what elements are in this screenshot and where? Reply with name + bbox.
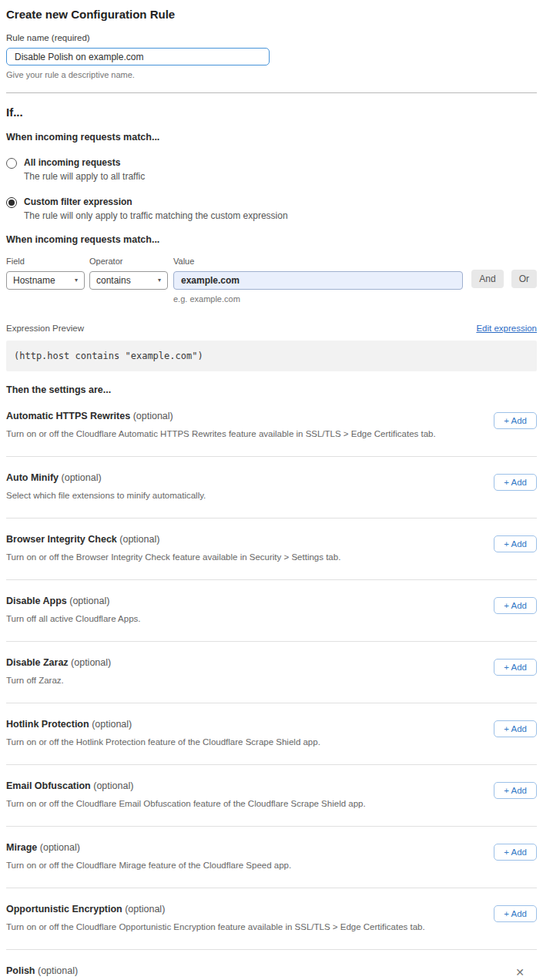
setting-description: Select which file extensions to minify a… — [6, 491, 206, 500]
setting-name: Email Obfuscation — [6, 780, 91, 791]
match-subheading: When incoming requests match... — [6, 132, 537, 143]
setting-name: Hotlink Protection — [6, 719, 89, 730]
add-button[interactable]: + Add — [494, 535, 537, 552]
setting-name: Disable Zaraz — [6, 657, 69, 668]
setting-description: Turn off Zaraz. — [6, 676, 111, 685]
setting-optional: (optional) — [71, 657, 111, 668]
setting-title: Hotlink Protection (optional) — [6, 719, 320, 730]
rule-name-section: Rule name (required) Give your rule a de… — [6, 33, 537, 79]
setting-optional: (optional) — [69, 596, 109, 606]
expression-builder-row: Field Hostname ▾ Operator contains ▾ Val… — [6, 257, 537, 304]
add-button[interactable]: + Add — [494, 720, 537, 737]
value-input[interactable] — [173, 271, 463, 290]
close-icon[interactable]: ✕ — [515, 967, 525, 978]
chevron-down-icon: ▾ — [158, 277, 161, 284]
add-button[interactable]: + Add — [494, 474, 537, 491]
setting-optional: (optional) — [93, 780, 133, 791]
setting-name: Mirage — [6, 842, 37, 853]
value-helper: e.g. example.com — [173, 294, 463, 304]
field-select[interactable]: Hostname ▾ — [6, 271, 85, 290]
setting-description: Turn on or off the Cloudflare Opportunis… — [6, 922, 425, 931]
then-heading: Then the settings are... — [6, 384, 537, 395]
add-button[interactable]: + Add — [494, 782, 537, 799]
setting-name: Browser Integrity Check — [6, 534, 117, 545]
setting-optional: (optional) — [40, 842, 80, 853]
radio-label: All incoming requests — [24, 157, 145, 168]
setting-row-disable-zaraz: Disable Zaraz (optional) Turn off Zaraz.… — [6, 642, 537, 703]
setting-name: Opportunistic Encryption — [6, 904, 122, 915]
setting-row-auto-minify: Auto Minify (optional) Select which file… — [6, 457, 537, 519]
setting-description: Turn on or off the Hotlink Protection fe… — [6, 737, 320, 747]
setting-title: Disable Apps (optional) — [6, 596, 141, 606]
rule-name-label: Rule name (required) — [6, 33, 537, 42]
radio-unselected-icon[interactable] — [6, 158, 17, 169]
setting-row-polish: Polish (optional) Change the settings of… — [6, 950, 537, 980]
setting-title: Email Obfuscation (optional) — [6, 780, 366, 791]
if-heading: If... — [6, 106, 537, 119]
setting-title: Mirage (optional) — [6, 842, 291, 853]
add-button[interactable]: + Add — [494, 905, 537, 922]
operator-label: Operator — [89, 257, 168, 266]
expression-preview-code: (http.host contains "example.com") — [6, 341, 537, 371]
or-button[interactable]: Or — [511, 270, 537, 288]
setting-name: Automatic HTTPS Rewrites — [6, 411, 130, 421]
setting-optional: (optional) — [92, 719, 132, 730]
setting-row-opportunistic-encryption: Opportunistic Encryption (optional) Turn… — [6, 888, 537, 950]
setting-description: Turn on or off the Cloudflare Automatic … — [6, 429, 436, 438]
radio-custom-filter-expression[interactable]: Custom filter expression The rule will o… — [6, 196, 537, 221]
setting-optional: (optional) — [62, 472, 102, 483]
page-title: Create new Configuration Rule — [6, 8, 537, 21]
radio-selected-icon[interactable] — [6, 197, 17, 208]
rule-name-helper: Give your rule a descriptive name. — [6, 70, 537, 79]
edit-expression-link[interactable]: Edit expression — [476, 324, 537, 333]
add-button[interactable]: + Add — [494, 597, 537, 614]
setting-optional: (optional) — [133, 411, 173, 421]
and-button[interactable]: And — [471, 270, 503, 288]
section-divider — [6, 92, 537, 93]
setting-name: Disable Apps — [6, 596, 67, 606]
field-select-value: Hostname — [13, 275, 55, 286]
setting-title: Disable Zaraz (optional) — [6, 657, 111, 668]
expression-preview-label: Expression Preview — [6, 324, 84, 333]
setting-title: Browser Integrity Check (optional) — [6, 534, 340, 545]
chevron-down-icon: ▾ — [75, 277, 78, 284]
radio-description: The rule will apply to all traffic — [24, 171, 145, 182]
setting-title: Auto Minify (optional) — [6, 472, 206, 483]
setting-description: Turn on or off the Cloudflare Email Obfu… — [6, 799, 366, 808]
add-button[interactable]: + Add — [494, 659, 537, 676]
operator-select[interactable]: contains ▾ — [89, 271, 168, 290]
setting-row-hotlink-protection: Hotlink Protection (optional) Turn on or… — [6, 703, 537, 765]
setting-optional: (optional) — [119, 534, 159, 545]
add-button[interactable]: + Add — [494, 844, 537, 861]
operator-select-value: contains — [96, 275, 131, 286]
field-label: Field — [6, 257, 85, 266]
radio-description: The rule will only apply to traffic matc… — [24, 210, 288, 221]
setting-name: Auto Minify — [6, 472, 59, 483]
setting-description: Turn off all active Cloudflare Apps. — [6, 614, 141, 623]
setting-row-email-obfuscation: Email Obfuscation (optional) Turn on or … — [6, 765, 537, 827]
setting-description: Turn on or off the Browser Integrity Che… — [6, 552, 340, 562]
setting-row-browser-integrity-check: Browser Integrity Check (optional) Turn … — [6, 519, 537, 580]
rule-name-input[interactable] — [6, 48, 270, 65]
expression-preview-header: Expression Preview Edit expression — [6, 324, 537, 333]
setting-title: Polish (optional) — [6, 965, 318, 976]
setting-name: Polish — [6, 965, 35, 976]
value-label: Value — [173, 257, 463, 266]
setting-title: Automatic HTTPS Rewrites (optional) — [6, 411, 436, 421]
radio-label: Custom filter expression — [24, 196, 288, 207]
setting-row-automatic-https-rewrites: Automatic HTTPS Rewrites (optional) Turn… — [6, 395, 537, 457]
setting-title: Opportunistic Encryption (optional) — [6, 904, 425, 915]
add-button[interactable]: + Add — [494, 412, 537, 429]
setting-optional: (optional) — [38, 965, 78, 976]
setting-row-disable-apps: Disable Apps (optional) Turn off all act… — [6, 580, 537, 642]
configuration-rule-form: Create new Configuration Rule Rule name … — [0, 0, 543, 980]
setting-row-mirage: Mirage (optional) Turn on or off the Clo… — [6, 827, 537, 888]
setting-optional: (optional) — [125, 904, 165, 915]
builder-heading: When incoming requests match... — [6, 234, 537, 245]
radio-all-incoming-requests[interactable]: All incoming requests The rule will appl… — [6, 157, 537, 182]
setting-description: Turn on or off the Cloudflare Mirage fea… — [6, 861, 291, 870]
